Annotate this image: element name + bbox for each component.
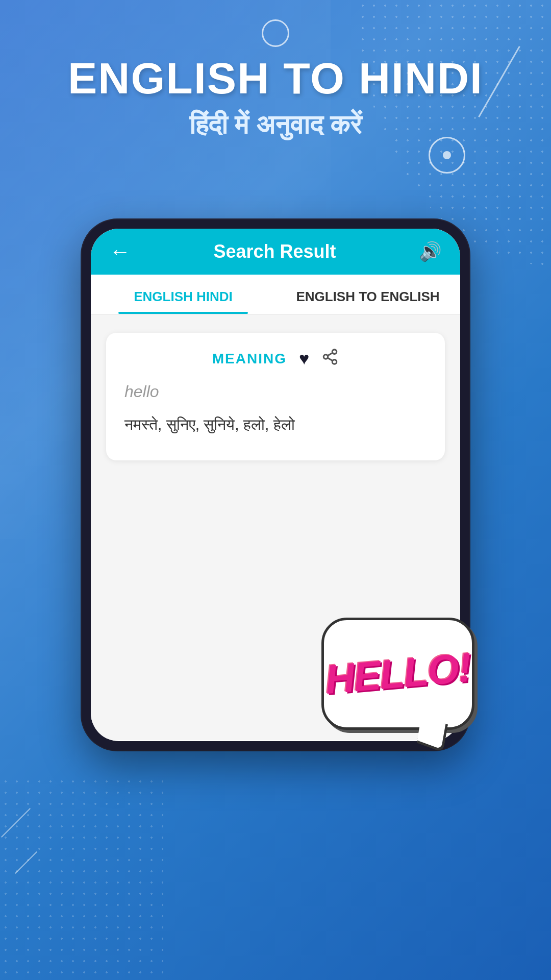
card-header: MEANING ♥ [124,348,427,369]
favorite-button[interactable]: ♥ [299,349,309,369]
svg-line-4 [328,353,333,356]
meaning-card: MEANING ♥ [106,333,445,460]
subtitle: हिंदी में अनुवाद करें [0,109,551,140]
speaker-button[interactable]: 🔊 [419,241,442,262]
topbar-title: Search Result [213,241,336,262]
sticker-bubble: HELLO! [321,618,474,730]
word-hindi-translation: नमस्ते, सुनिए, सुनिये, हलो, हेलो [124,412,427,437]
phone-container: ← Search Result 🔊 ENGLISH HINDI ENGLISH … [82,219,469,750]
deco-circle-mid-dot [443,151,451,159]
deco-circle-top [262,19,289,47]
header-section: ENGLISH TO HINDI हिंदी में अनुवाद करें [0,56,551,140]
app-topbar: ← Search Result 🔊 [91,229,460,275]
svg-line-3 [328,358,333,361]
back-button[interactable]: ← [109,239,131,264]
deco-lines-bottom-left [15,802,27,878]
word-english: hello [124,382,427,401]
tab-bar: ENGLISH HINDI ENGLISH TO ENGLISH [91,275,460,314]
meaning-label: MEANING [212,351,287,367]
sticker-text: HELLO! [323,644,473,704]
deco-circle-mid [429,137,465,174]
main-title: ENGLISH TO HINDI [0,56,551,100]
tab-english-to-english[interactable]: ENGLISH TO ENGLISH [276,275,460,314]
share-button[interactable] [321,348,339,369]
tab-english-hindi[interactable]: ENGLISH HINDI [91,275,276,314]
hello-sticker: HELLO! [321,618,485,766]
